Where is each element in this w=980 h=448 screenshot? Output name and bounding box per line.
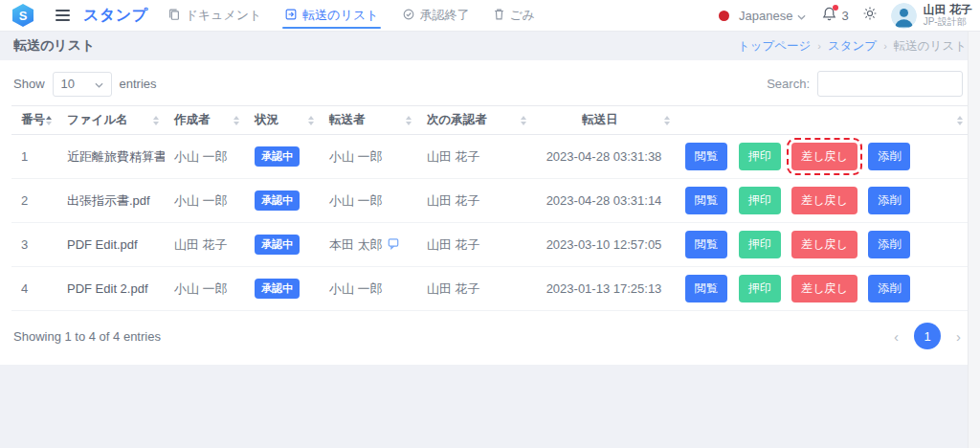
breadcrumb-section[interactable]: スタンプ	[828, 38, 877, 55]
table-body: 1 近距離旅費精算書.pdf 小山 一郎 承認中 小山 一郎 山田 花子 202…	[11, 135, 969, 311]
page-size-value: 10	[61, 77, 75, 91]
search-label: Search:	[767, 77, 810, 91]
cell-transferer: 小山 一郎	[320, 135, 417, 179]
brand-title[interactable]: スタンプ	[83, 6, 148, 26]
cell-transfer-date: 2023-01-13 17:25:13	[532, 267, 676, 311]
header-actions[interactable]	[676, 106, 969, 135]
sort-icon	[521, 116, 526, 125]
cell-status: 承認中	[245, 179, 320, 223]
user-avatar-icon	[891, 3, 917, 29]
page-title: 転送のリスト	[13, 37, 95, 55]
notification-dot	[833, 5, 838, 11]
status-badge: 承認中	[255, 190, 300, 211]
status-badge: 承認中	[255, 146, 300, 167]
sort-icon	[234, 116, 239, 125]
menu-toggle-icon[interactable]	[56, 10, 70, 21]
language-selector[interactable]: Japanese	[739, 9, 806, 23]
nav-documents[interactable]: ドキュメント	[167, 0, 262, 32]
cell-transferer: 本田 太郎	[320, 223, 417, 267]
header-transferer[interactable]: 転送者	[320, 106, 417, 135]
table-footer: Showing 1 to 4 of 4 entries ‹ 1 ›	[0, 311, 980, 365]
app-logo[interactable]: S	[0, 4, 46, 27]
documents-icon	[167, 8, 181, 24]
header-file[interactable]: ファイル名	[57, 106, 165, 135]
avatar[interactable]	[891, 3, 917, 29]
cell-creator: 山田 花子	[165, 223, 245, 267]
view-button[interactable]: 閲覧	[685, 187, 727, 214]
approval-done-icon	[402, 8, 415, 24]
correct-button[interactable]: 添削	[868, 275, 910, 302]
cell-actions: 閲覧 押印 差し戻し 添削	[676, 223, 969, 267]
view-button[interactable]: 閲覧	[685, 275, 727, 302]
cell-number: 2	[11, 179, 57, 223]
comment-icon[interactable]	[388, 237, 399, 253]
cell-actions: 閲覧 押印 差し戻し 添削	[676, 135, 969, 179]
cell-transfer-date: 2023-03-10 12:57:05	[532, 223, 676, 267]
table-header-row: 番号 ファイル名 作成者 状況 転送者 次の承認者 転送日	[11, 106, 969, 135]
cell-status: 承認中	[245, 223, 320, 267]
correct-button[interactable]: 添削	[868, 187, 910, 214]
cell-file-name: 近距離旅費精算書.pdf	[57, 135, 165, 179]
japan-flag-icon	[719, 11, 729, 21]
return-button[interactable]: 差し戻し	[791, 187, 858, 214]
search-input[interactable]	[817, 71, 963, 97]
navbar-right: Japanese 3 山田 花子 JP-設計部	[719, 3, 980, 29]
stamp-button[interactable]: 押印	[739, 187, 781, 214]
settings-button[interactable]	[862, 6, 878, 25]
breadcrumb-separator: ›	[817, 40, 821, 52]
cell-next-approver: 山田 花子	[417, 223, 532, 267]
return-button[interactable]: 差し戻し	[791, 231, 858, 258]
cell-transfer-date: 2023-04-28 03:31:38	[532, 135, 676, 179]
correct-button[interactable]: 添削	[868, 143, 910, 170]
notification-count: 3	[841, 9, 848, 23]
cell-status: 承認中	[245, 267, 320, 311]
nav-transfer-list[interactable]: 転送のリスト	[284, 0, 378, 32]
header-status[interactable]: 状況	[245, 106, 320, 135]
return-button[interactable]: 差し戻し	[791, 275, 858, 302]
nav-transfer-list-label: 転送のリスト	[302, 7, 378, 24]
sort-icon	[664, 116, 670, 125]
cell-next-approver: 山田 花子	[417, 267, 532, 311]
page-size-group: Show 10 entries	[13, 72, 157, 97]
chevron-down-icon	[95, 77, 103, 91]
stamp-button[interactable]: 押印	[739, 143, 781, 170]
cell-creator: 小山 一郎	[165, 267, 245, 311]
header-number[interactable]: 番号	[11, 106, 57, 135]
breadcrumb: トップページ › スタンプ › 転送のリスト	[738, 38, 967, 55]
nav-trash[interactable]: ごみ	[493, 0, 536, 32]
cell-status: 承認中	[245, 135, 320, 179]
nav-approval-done[interactable]: 承認終了	[402, 0, 470, 32]
transfer-list-card: Show 10 entries Search: 番号 ファイル名	[0, 60, 980, 365]
cell-creator: 小山 一郎	[165, 135, 245, 179]
trash-icon	[493, 8, 505, 24]
correct-button[interactable]: 添削	[868, 231, 910, 258]
sort-icon	[46, 116, 52, 125]
main-nav: ドキュメント 転送のリスト 承認終了 ごみ	[167, 0, 559, 32]
user-meta[interactable]: 山田 花子 JP-設計部	[924, 4, 972, 27]
logo-hexagon-icon: S	[12, 4, 33, 27]
header-creator[interactable]: 作成者	[165, 106, 245, 135]
return-button[interactable]: 差し戻し	[791, 143, 858, 170]
breadcrumb-home[interactable]: トップページ	[738, 38, 811, 55]
pagination-page-1[interactable]: 1	[914, 323, 941, 349]
pagination-prev[interactable]: ‹	[890, 328, 902, 345]
cell-file-name: PDF Edit 2.pdf	[57, 267, 165, 311]
notifications-button[interactable]	[821, 6, 837, 26]
header-next-approver[interactable]: 次の承認者	[417, 106, 532, 135]
sort-icon	[406, 116, 412, 125]
view-button[interactable]: 閲覧	[685, 143, 727, 170]
scrollbar-track[interactable]	[968, 32, 980, 448]
pagination-next[interactable]: ›	[952, 328, 965, 345]
table-row: 1 近距離旅費精算書.pdf 小山 一郎 承認中 小山 一郎 山田 花子 202…	[11, 135, 969, 179]
view-button[interactable]: 閲覧	[685, 231, 727, 258]
table-controls: Show 10 entries Search:	[0, 60, 980, 105]
sort-icon	[153, 116, 159, 125]
stamp-button[interactable]: 押印	[739, 231, 781, 258]
page-size-select[interactable]: 10	[53, 72, 112, 97]
chevron-down-icon	[797, 9, 806, 23]
show-label: Show	[13, 77, 45, 91]
stamp-button[interactable]: 押印	[739, 275, 781, 302]
header-transfer-date[interactable]: 転送日	[532, 106, 676, 135]
showing-entries-text: Showing 1 to 4 of 4 entries	[13, 329, 161, 344]
search-group: Search:	[767, 71, 963, 97]
